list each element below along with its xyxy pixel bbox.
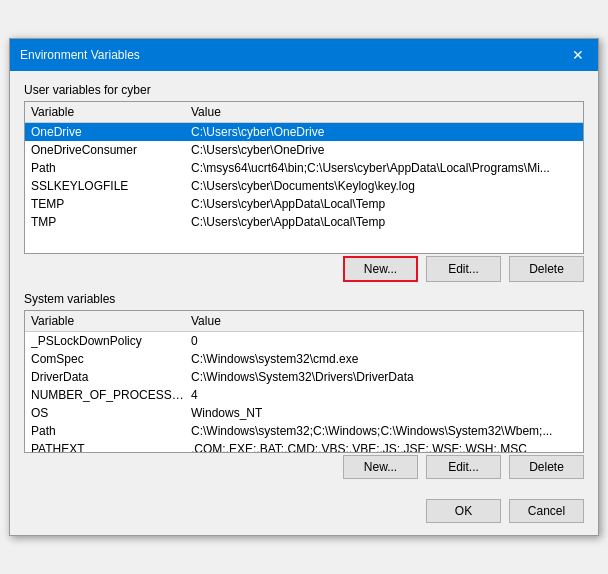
var-name: OS bbox=[31, 406, 191, 420]
table-row[interactable]: _PSLockDownPolicy0 bbox=[25, 332, 583, 350]
system-new-button[interactable]: New... bbox=[343, 455, 418, 479]
table-row[interactable]: PathC:\msys64\ucrt64\bin;C:\Users\cyber\… bbox=[25, 159, 583, 177]
var-name: OneDrive bbox=[31, 125, 191, 139]
table-row[interactable]: ComSpecC:\Windows\system32\cmd.exe bbox=[25, 350, 583, 368]
user-variables-table: Variable Value OneDriveC:\Users\cyber\On… bbox=[24, 101, 584, 254]
var-name: TMP bbox=[31, 215, 191, 229]
var-value: C:\Users\cyber\AppData\Local\Temp bbox=[191, 197, 577, 211]
user-table-header: Variable Value bbox=[25, 102, 583, 123]
dialog-body: User variables for cyber Variable Value … bbox=[10, 71, 598, 491]
var-name: Path bbox=[31, 424, 191, 438]
cancel-button[interactable]: Cancel bbox=[509, 499, 584, 523]
system-col-variable: Variable bbox=[31, 314, 191, 328]
user-delete-button[interactable]: Delete bbox=[509, 256, 584, 282]
environment-variables-dialog: Environment Variables ✕ User variables f… bbox=[9, 38, 599, 536]
table-row[interactable]: PathC:\Windows\system32;C:\Windows;C:\Wi… bbox=[25, 422, 583, 440]
system-col-value: Value bbox=[191, 314, 577, 328]
var-value: C:\Users\cyber\Documents\Keylog\key.log bbox=[191, 179, 577, 193]
table-row[interactable]: PATHEXT.COM;.EXE;.BAT;.CMD;.VBS;.VBE;.JS… bbox=[25, 440, 583, 452]
var-name: SSLKEYLOGFILE bbox=[31, 179, 191, 193]
table-row[interactable]: SSLKEYLOGFILEC:\Users\cyber\Documents\Ke… bbox=[25, 177, 583, 195]
user-edit-button[interactable]: Edit... bbox=[426, 256, 501, 282]
var-name: Path bbox=[31, 161, 191, 175]
var-value: C:\Users\cyber\AppData\Local\Temp bbox=[191, 215, 577, 229]
var-name: _PSLockDownPolicy bbox=[31, 334, 191, 348]
system-table-body[interactable]: _PSLockDownPolicy0ComSpecC:\Windows\syst… bbox=[25, 332, 583, 452]
user-new-button[interactable]: New... bbox=[343, 256, 418, 282]
var-value: C:\Windows\system32\cmd.exe bbox=[191, 352, 577, 366]
user-table-body[interactable]: OneDriveC:\Users\cyber\OneDriveOneDriveC… bbox=[25, 123, 583, 253]
table-row[interactable]: OneDriveConsumerC:\Users\cyber\OneDrive bbox=[25, 141, 583, 159]
ok-button[interactable]: OK bbox=[426, 499, 501, 523]
var-name: OneDriveConsumer bbox=[31, 143, 191, 157]
user-section-label: User variables for cyber bbox=[24, 83, 584, 97]
title-bar: Environment Variables ✕ bbox=[10, 39, 598, 71]
table-row[interactable]: OneDriveC:\Users\cyber\OneDrive bbox=[25, 123, 583, 141]
var-value: 0 bbox=[191, 334, 577, 348]
var-value: 4 bbox=[191, 388, 577, 402]
dialog-title: Environment Variables bbox=[20, 48, 140, 62]
system-section-label: System variables bbox=[24, 292, 584, 306]
user-col-value: Value bbox=[191, 105, 577, 119]
var-name: PATHEXT bbox=[31, 442, 191, 452]
system-variables-table: Variable Value _PSLockDownPolicy0ComSpec… bbox=[24, 310, 584, 453]
var-value: .COM;.EXE;.BAT;.CMD;.VBS;.VBE;.JS;.JSE;.… bbox=[191, 442, 577, 452]
user-variables-section: User variables for cyber Variable Value … bbox=[24, 83, 584, 282]
system-edit-button[interactable]: Edit... bbox=[426, 455, 501, 479]
var-value: Windows_NT bbox=[191, 406, 577, 420]
dialog-footer: OK Cancel bbox=[10, 491, 598, 535]
var-name: ComSpec bbox=[31, 352, 191, 366]
var-name: DriverData bbox=[31, 370, 191, 384]
system-table-header: Variable Value bbox=[25, 311, 583, 332]
user-button-row: New... Edit... Delete bbox=[24, 256, 584, 282]
system-variables-section: System variables Variable Value _PSLockD… bbox=[24, 292, 584, 479]
var-value: C:\Windows\system32;C:\Windows;C:\Window… bbox=[191, 424, 577, 438]
table-row[interactable]: DriverDataC:\Windows\System32\Drivers\Dr… bbox=[25, 368, 583, 386]
var-value: C:\Windows\System32\Drivers\DriverData bbox=[191, 370, 577, 384]
system-delete-button[interactable]: Delete bbox=[509, 455, 584, 479]
var-value: C:\Users\cyber\OneDrive bbox=[191, 143, 577, 157]
close-button[interactable]: ✕ bbox=[568, 45, 588, 65]
var-value: C:\Users\cyber\OneDrive bbox=[191, 125, 577, 139]
table-row[interactable]: TEMPC:\Users\cyber\AppData\Local\Temp bbox=[25, 195, 583, 213]
table-row[interactable]: OSWindows_NT bbox=[25, 404, 583, 422]
system-button-row: New... Edit... Delete bbox=[24, 455, 584, 479]
var-name: NUMBER_OF_PROCESSORS bbox=[31, 388, 191, 402]
table-row[interactable]: TMPC:\Users\cyber\AppData\Local\Temp bbox=[25, 213, 583, 231]
table-row[interactable]: NUMBER_OF_PROCESSORS4 bbox=[25, 386, 583, 404]
var-value: C:\msys64\ucrt64\bin;C:\Users\cyber\AppD… bbox=[191, 161, 577, 175]
user-col-variable: Variable bbox=[31, 105, 191, 119]
var-name: TEMP bbox=[31, 197, 191, 211]
